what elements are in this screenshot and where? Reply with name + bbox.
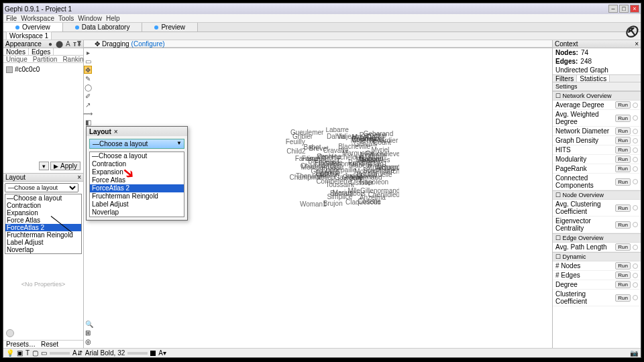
layout-opt-fruchterman[interactable]: Fruchterman Reingold bbox=[5, 231, 81, 239]
pointer-tool-icon[interactable]: ▸ bbox=[84, 48, 92, 56]
popup-opt-fruchterman[interactable]: Fruchterman Reingold bbox=[90, 192, 184, 200]
color-swatch[interactable] bbox=[6, 66, 13, 73]
popup-opt-choose[interactable]: —Choose a layout bbox=[90, 152, 184, 160]
run-button[interactable]: Run bbox=[615, 272, 631, 279]
popup-layout-list[interactable]: —Choose a layout Contraction Expansion F… bbox=[89, 152, 184, 217]
maximize-button[interactable]: □ bbox=[619, 5, 629, 13]
info-icon[interactable] bbox=[633, 138, 638, 143]
popup-opt-contraction[interactable]: Contraction bbox=[90, 160, 184, 168]
run-button[interactable]: Run bbox=[615, 243, 631, 251]
run-button[interactable]: Run bbox=[615, 165, 631, 172]
run-button[interactable]: Run bbox=[615, 262, 631, 269]
layout-opt-noverlap[interactable]: Noverlap bbox=[5, 246, 81, 253]
edge-weight-slider[interactable] bbox=[50, 352, 70, 355]
popup-opt-expansion[interactable]: Expansion bbox=[90, 168, 184, 176]
screenshot-icon[interactable]: 📷 bbox=[630, 349, 638, 357]
size-tool-icon[interactable]: ◯ bbox=[84, 83, 92, 91]
label-size-slider[interactable] bbox=[127, 352, 148, 355]
presets-link[interactable]: Presets… bbox=[6, 341, 36, 348]
popup-opt-forceatlas2[interactable]: ForceAtlas 2 bbox=[90, 184, 184, 192]
layout-opt-expansion[interactable]: Expansion bbox=[5, 209, 81, 217]
run-button[interactable]: Run bbox=[615, 146, 631, 154]
graph-canvas[interactable]: ClaquesousMontparnasseBabetGueulemerEpon… bbox=[285, 127, 399, 215]
info-icon[interactable] bbox=[633, 103, 638, 108]
brush-tool-icon[interactable]: ✐ bbox=[84, 92, 92, 100]
reset-zoom-icon[interactable]: ⊞ bbox=[85, 329, 93, 337]
tab-preview[interactable]: Preview bbox=[142, 23, 198, 32]
layout-opt-choose[interactable]: —Choose a layout bbox=[5, 194, 81, 202]
info-icon[interactable] bbox=[633, 157, 638, 162]
run-button[interactable]: Run bbox=[615, 156, 631, 163]
zoom-tool-icon[interactable]: 🔍 bbox=[85, 320, 93, 328]
close-button[interactable]: × bbox=[630, 5, 639, 13]
appearance-mode-icons[interactable]: ● ⬤ A тТ bbox=[48, 40, 82, 48]
layout-opt-forceatlas[interactable]: Force Atlas bbox=[5, 217, 81, 224]
apply-button[interactable]: ▶ Apply bbox=[50, 162, 80, 170]
popup-layout-select[interactable]: —Choose a layout bbox=[89, 139, 184, 149]
run-button[interactable]: Run bbox=[615, 221, 631, 229]
layout-select[interactable]: —Choose a layout bbox=[5, 183, 78, 192]
label-color-swatch[interactable] bbox=[150, 351, 156, 356]
layout-settings-icon[interactable] bbox=[6, 329, 14, 337]
info-icon[interactable] bbox=[633, 147, 638, 153]
info-icon[interactable] bbox=[633, 263, 638, 269]
info-icon[interactable] bbox=[633, 295, 638, 300]
info-icon[interactable] bbox=[633, 245, 638, 250]
info-icon[interactable] bbox=[633, 129, 638, 134]
menu-window[interactable]: Window bbox=[78, 15, 102, 22]
info-icon[interactable] bbox=[633, 273, 638, 278]
move-tool-icon[interactable]: ✥ bbox=[84, 66, 92, 74]
run-button[interactable]: Run bbox=[615, 101, 631, 109]
edge-label-icon[interactable]: ▭ bbox=[41, 349, 47, 357]
minimize-button[interactable]: – bbox=[608, 5, 618, 13]
popup-opt-noverlap[interactable]: Noverlap bbox=[90, 208, 184, 217]
info-icon[interactable] bbox=[633, 166, 638, 172]
path-tool-icon[interactable]: ⟿ bbox=[84, 109, 92, 117]
statistics-tab[interactable]: Statistics bbox=[577, 75, 610, 82]
unique-tab[interactable]: Unique bbox=[3, 56, 30, 62]
run-button[interactable]: Run bbox=[615, 127, 631, 135]
label-toggle-icon[interactable]: ▣ bbox=[17, 349, 23, 357]
layout-opt-contraction[interactable]: Contraction bbox=[5, 202, 81, 209]
run-button[interactable]: Run bbox=[615, 115, 631, 122]
menu-workspace[interactable]: Workspace bbox=[21, 15, 54, 22]
nodes-tab[interactable]: Nodes bbox=[3, 48, 29, 55]
edge-tool-icon[interactable]: ↗ bbox=[84, 101, 92, 109]
lightbulb-icon[interactable]: 💡 bbox=[6, 349, 14, 357]
reset-link[interactable]: Reset bbox=[41, 341, 58, 348]
filters-tab[interactable]: Filters bbox=[553, 75, 577, 82]
run-button[interactable]: Run bbox=[615, 137, 631, 144]
menu-tools[interactable]: Tools bbox=[58, 15, 74, 22]
popup-opt-forceatlas[interactable]: Force Atlas bbox=[90, 176, 184, 184]
tab-overview[interactable]: Overview bbox=[3, 23, 63, 32]
menu-file[interactable]: File bbox=[6, 15, 17, 22]
info-icon[interactable] bbox=[633, 222, 638, 227]
info-icon[interactable] bbox=[633, 205, 638, 210]
info-icon[interactable] bbox=[633, 282, 638, 288]
layout-listbox[interactable]: —Choose a layout Contraction Expansion F… bbox=[5, 194, 82, 254]
info-icon[interactable] bbox=[633, 179, 638, 184]
center-graph-icon[interactable]: ◎ bbox=[85, 338, 93, 345]
info-icon[interactable] bbox=[633, 115, 638, 121]
paint-tool-icon[interactable]: ✎ bbox=[84, 74, 92, 82]
apply-split-button[interactable]: ▾ bbox=[39, 162, 49, 170]
edges-tab[interactable]: Edges bbox=[29, 48, 54, 55]
run-button[interactable]: Run bbox=[615, 281, 631, 288]
rect-select-tool-icon[interactable]: ▭ bbox=[84, 57, 92, 65]
configure-link[interactable]: (Configure) bbox=[131, 40, 165, 48]
menu-help[interactable]: Help bbox=[106, 15, 120, 22]
text-toggle-icon[interactable]: T bbox=[25, 349, 30, 357]
menubar: File Workspace Tools Window Help bbox=[3, 14, 641, 23]
partition-tab[interactable]: Partition bbox=[30, 56, 60, 62]
popup-opt-labeladjust[interactable]: Label Adjust bbox=[90, 200, 184, 208]
workspace-tab[interactable]: Workspace 1 bbox=[6, 32, 52, 40]
run-button[interactable]: Run bbox=[615, 178, 631, 186]
nodes-value: 74 bbox=[581, 49, 588, 56]
font-label[interactable]: Arial Bold, 32 bbox=[85, 349, 125, 357]
run-button[interactable]: Run bbox=[615, 204, 631, 212]
run-button[interactable]: Run bbox=[615, 294, 631, 302]
heatmap-tool-icon[interactable]: ◧ bbox=[84, 118, 92, 126]
tab-data-laboratory[interactable]: Data Laboratory bbox=[63, 23, 143, 32]
layout-opt-labeladjust[interactable]: Label Adjust bbox=[5, 239, 81, 246]
node-label-icon[interactable]: ▢ bbox=[32, 349, 38, 357]
